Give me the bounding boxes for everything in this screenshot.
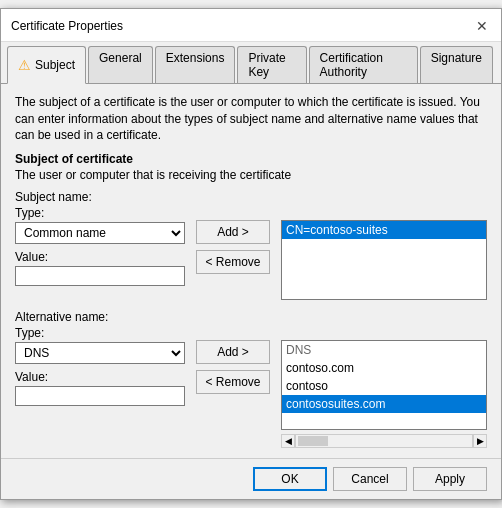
subject-value-input[interactable] <box>15 266 185 286</box>
tab-signature-label: Signature <box>431 51 482 65</box>
alt-name-section: Alternative name: Type: DNS Email UPN UR… <box>15 310 487 448</box>
alt-list-item-1[interactable]: contoso.com <box>282 359 486 377</box>
tab-subject-label: Subject <box>35 58 75 72</box>
subject-name-section: Subject name: Type: Common name Organiza… <box>15 190 487 300</box>
close-button[interactable]: ✕ <box>473 17 491 35</box>
alt-type-group: Type: DNS Email UPN URL IP address <box>15 326 185 364</box>
alt-list-item-3[interactable]: contososuites.com <box>282 395 486 413</box>
subject-value-label: Value: <box>15 250 185 264</box>
warning-icon: ⚠ <box>18 57 31 73</box>
subject-type-group: Type: Common name Organization Organizat… <box>15 206 185 244</box>
alt-list-item-2[interactable]: contoso <box>282 377 486 395</box>
tab-extensions-label: Extensions <box>166 51 225 65</box>
scroll-right-button[interactable]: ▶ <box>473 434 487 448</box>
title-bar: Certificate Properties ✕ <box>1 9 501 42</box>
horizontal-scrollbar: ◀ ▶ <box>281 434 487 448</box>
scrollbar-track[interactable] <box>295 434 473 448</box>
subject-value-group: Value: <box>15 250 185 286</box>
alt-name-columns: Alternative name: Type: DNS Email UPN UR… <box>15 310 487 448</box>
tab-general[interactable]: General <box>88 46 153 83</box>
subject-of-cert-sub: The user or computer that is receiving t… <box>15 168 487 182</box>
tab-private-key[interactable]: Private Key <box>237 46 306 83</box>
cancel-button[interactable]: Cancel <box>333 467 407 491</box>
alt-type-label: Type: <box>15 326 185 340</box>
subject-type-label: Type: <box>15 206 185 220</box>
tab-cert-authority-label: Certification Authority <box>320 51 383 79</box>
tab-general-label: General <box>99 51 142 65</box>
alt-value-input[interactable] <box>15 386 185 406</box>
apply-button[interactable]: Apply <box>413 467 487 491</box>
alt-middle-panel: Add > < Remove <box>193 310 273 394</box>
bottom-bar: OK Cancel Apply <box>1 458 501 499</box>
tab-extensions[interactable]: Extensions <box>155 46 236 83</box>
alt-add-button[interactable]: Add > <box>196 340 270 364</box>
subject-right-panel: CN=contoso-suites <box>281 190 487 300</box>
alt-right-panel: DNS contoso.com contoso contososuites.co… <box>281 310 487 448</box>
info-text: The subject of a certificate is the user… <box>15 94 487 144</box>
alt-name-label: Alternative name: <box>15 310 185 324</box>
tab-subject[interactable]: ⚠ Subject <box>7 46 86 84</box>
alt-list-box[interactable]: DNS contoso.com contoso contososuites.co… <box>281 340 487 430</box>
subject-remove-button[interactable]: < Remove <box>196 250 270 274</box>
tab-private-key-label: Private Key <box>248 51 285 79</box>
subject-middle-panel: Add > < Remove <box>193 190 273 274</box>
tab-bar: ⚠ Subject General Extensions Private Key… <box>1 42 501 84</box>
subject-list-item[interactable]: CN=contoso-suites <box>282 221 486 239</box>
certificate-properties-dialog: Certificate Properties ✕ ⚠ Subject Gener… <box>0 8 502 500</box>
alt-remove-button[interactable]: < Remove <box>196 370 270 394</box>
alt-value-group: Value: <box>15 370 185 406</box>
subject-name-label: Subject name: <box>15 190 185 204</box>
subject-list-box[interactable]: CN=contoso-suites <box>281 220 487 300</box>
alt-value-label: Value: <box>15 370 185 384</box>
subject-left-panel: Subject name: Type: Common name Organiza… <box>15 190 185 292</box>
tab-signature[interactable]: Signature <box>420 46 493 83</box>
alt-left-panel: Alternative name: Type: DNS Email UPN UR… <box>15 310 185 412</box>
subject-add-button[interactable]: Add > <box>196 220 270 244</box>
scroll-left-button[interactable]: ◀ <box>281 434 295 448</box>
tab-content: The subject of a certificate is the user… <box>1 84 501 458</box>
subject-type-select[interactable]: Common name Organization Organizational … <box>15 222 185 244</box>
dialog-title: Certificate Properties <box>11 19 123 33</box>
ok-button[interactable]: OK <box>253 467 327 491</box>
tab-cert-authority[interactable]: Certification Authority <box>309 46 418 83</box>
alt-list-header: DNS <box>282 341 486 359</box>
scrollbar-thumb[interactable] <box>298 436 328 446</box>
alt-type-select[interactable]: DNS Email UPN URL IP address <box>15 342 185 364</box>
subject-of-cert-label: Subject of certificate <box>15 152 487 166</box>
